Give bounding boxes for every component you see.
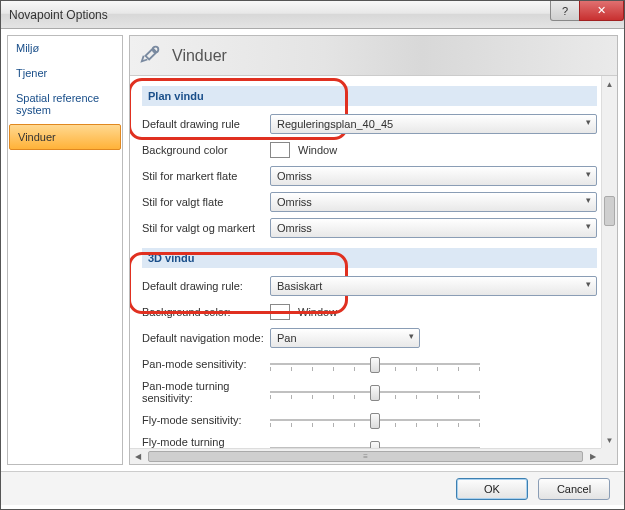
- dropdown-stil-markert-flate[interactable]: Omriss: [270, 166, 597, 186]
- sidebar-item-label: Miljø: [16, 42, 39, 54]
- label: Stil for markert flate: [142, 170, 270, 182]
- sidebar-item-spatial-ref[interactable]: Spatial reference system: [8, 86, 122, 123]
- cancel-button[interactable]: Cancel: [538, 478, 610, 500]
- sidebar-item-label: Vinduer: [18, 131, 56, 143]
- row-plan-stil-valgt-og-markert: Stil for valgt og markert Omriss: [142, 218, 597, 238]
- vertical-scrollbar[interactable]: ▲ ▼: [601, 76, 617, 448]
- label: Fly-mode sensitivity:: [142, 414, 270, 426]
- page-title: Vinduer: [172, 47, 227, 65]
- section-heading-plan: Plan vindu: [142, 86, 597, 106]
- close-button[interactable]: ✕: [579, 1, 624, 21]
- row-3d-bgcolor: Background color: Window: [142, 302, 597, 322]
- section-heading-3d: 3D vindu: [142, 248, 597, 268]
- dropdown-plan-default-drawing-rule[interactable]: Reguleringsplan_40_45: [270, 114, 597, 134]
- sidebar: Miljø Tjener Spatial reference system Vi…: [7, 35, 123, 465]
- sidebar-item-vinduer[interactable]: Vinduer: [9, 124, 121, 150]
- titlebar: Novapoint Options ? ✕: [1, 1, 624, 29]
- chevron-right-icon[interactable]: ▶: [585, 449, 601, 464]
- dropdown-stil-valgt-og-markert[interactable]: Omriss: [270, 218, 597, 238]
- label: Fly-mode turning sensitivity:: [142, 436, 270, 448]
- color-swatch[interactable]: [270, 304, 290, 320]
- scrollbar-thumb[interactable]: ≡: [148, 451, 583, 462]
- chevron-up-icon[interactable]: ▲: [602, 76, 617, 92]
- row-3d-nav-mode: Default navigation mode: Pan: [142, 328, 597, 348]
- main-header: Vinduer: [130, 36, 617, 76]
- window-title: Novapoint Options: [9, 8, 108, 22]
- row-plan-bgcolor: Background color Window: [142, 140, 597, 160]
- chevron-down-icon[interactable]: ▼: [602, 432, 617, 448]
- label: Default navigation mode:: [142, 332, 270, 344]
- slider-fly-sens[interactable]: [270, 410, 480, 430]
- row-plan-stil-valgt-flate: Stil for valgt flate Omriss: [142, 192, 597, 212]
- dialog-body: Miljø Tjener Spatial reference system Vi…: [1, 29, 624, 471]
- dropdown-3d-default-drawing-rule[interactable]: Basiskart: [270, 276, 597, 296]
- color-swatch[interactable]: [270, 142, 290, 158]
- row-3d-pan-sens: Pan-mode sensitivity:: [142, 354, 597, 374]
- label: Background color: [142, 144, 270, 156]
- horizontal-scrollbar[interactable]: ◀ ≡ ▶: [130, 448, 601, 464]
- label: Default drawing rule: [142, 118, 270, 130]
- scroll-corner: [601, 448, 617, 464]
- row-plan-stil-markert-flate: Stil for markert flate Omriss: [142, 166, 597, 186]
- row-3d-fly-sens: Fly-mode sensitivity:: [142, 410, 597, 430]
- row-3d-default-drawing-rule: Default drawing rule: Basiskart: [142, 276, 597, 296]
- window-controls: ? ✕: [551, 1, 624, 21]
- dropdown-nav-mode[interactable]: Pan: [270, 328, 420, 348]
- label: Background color:: [142, 306, 270, 318]
- help-button[interactable]: ?: [550, 1, 580, 21]
- svg-point-0: [153, 46, 159, 52]
- row-plan-default-drawing-rule: Default drawing rule Reguleringsplan_40_…: [142, 114, 597, 134]
- row-3d-fly-turn-sens: Fly-mode turning sensitivity:: [142, 436, 597, 448]
- sidebar-item-miljo[interactable]: Miljø: [8, 36, 122, 61]
- chevron-left-icon[interactable]: ◀: [130, 449, 146, 464]
- label: Pan-mode sensitivity:: [142, 358, 270, 370]
- row-3d-pan-turn-sens: Pan-mode turning sensitivity:: [142, 380, 597, 404]
- content: Plan vindu Default drawing rule Reguleri…: [130, 76, 601, 448]
- label: Stil for valgt og markert: [142, 222, 270, 234]
- dropdown-stil-valgt-flate[interactable]: Omriss: [270, 192, 597, 212]
- label: Pan-mode turning sensitivity:: [142, 380, 270, 404]
- scrollbar-thumb[interactable]: [604, 196, 615, 226]
- content-scroll: Plan vindu Default drawing rule Reguleri…: [130, 76, 617, 464]
- slider-pan-turn-sens[interactable]: [270, 382, 480, 402]
- main-panel: Vinduer Plan vindu Default drawing rule …: [129, 35, 618, 465]
- sidebar-item-label: Spatial reference system: [16, 92, 99, 116]
- sidebar-item-label: Tjener: [16, 67, 47, 79]
- label: Default drawing rule:: [142, 280, 270, 292]
- slider-pan-sens[interactable]: [270, 354, 480, 374]
- color-label: Window: [298, 306, 337, 318]
- sidebar-item-tjener[interactable]: Tjener: [8, 61, 122, 86]
- footer: OK Cancel: [1, 471, 624, 505]
- color-label: Window: [298, 144, 337, 156]
- wrench-icon: [140, 43, 162, 69]
- slider-fly-turn-sens[interactable]: [270, 438, 480, 448]
- label: Stil for valgt flate: [142, 196, 270, 208]
- ok-button[interactable]: OK: [456, 478, 528, 500]
